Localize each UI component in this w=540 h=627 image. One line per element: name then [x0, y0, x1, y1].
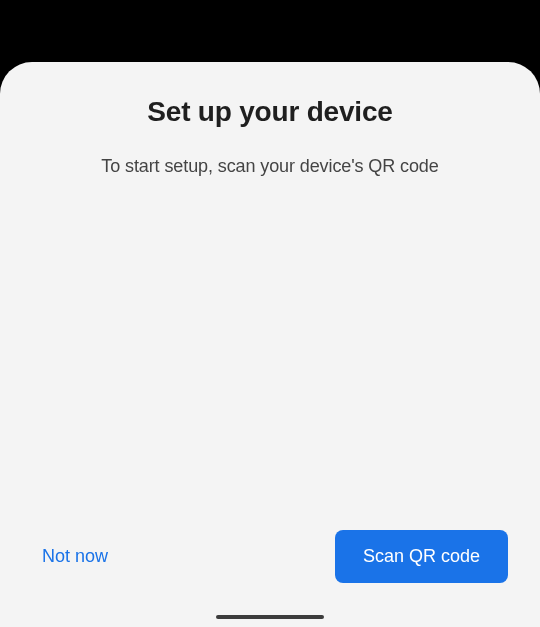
page-title: Set up your device	[24, 96, 516, 128]
setup-bottom-sheet: Set up your device To start setup, scan …	[0, 62, 540, 627]
scan-qr-code-button[interactable]: Scan QR code	[335, 530, 508, 583]
gesture-bar[interactable]	[216, 615, 324, 619]
content-spacer	[24, 177, 516, 530]
page-subtitle: To start setup, scan your device's QR co…	[24, 156, 516, 177]
button-row: Not now Scan QR code	[24, 530, 516, 583]
not-now-button[interactable]: Not now	[38, 538, 112, 575]
